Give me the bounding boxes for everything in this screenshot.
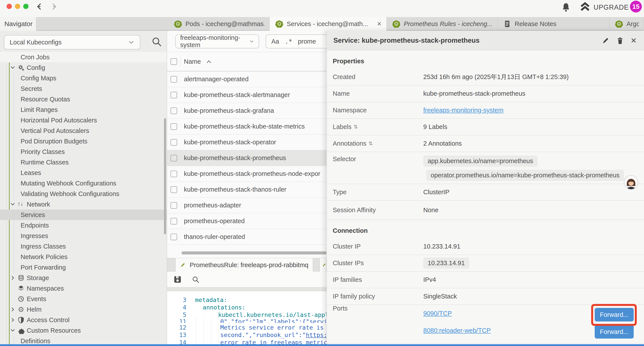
table-row[interactable]: kube-prometheus-stack-operator	[167, 134, 326, 150]
sidebar-item-services[interactable]: Services	[0, 210, 167, 220]
name-column-header[interactable]: Name	[184, 58, 201, 65]
edit-pencil-icon[interactable]	[602, 36, 610, 44]
expand-updown-icon[interactable]: ⇅	[368, 141, 373, 146]
port-link[interactable]: 8080:reloader-web/TCP	[423, 322, 491, 339]
row-checkbox[interactable]	[170, 202, 177, 209]
sidebar-item-custom-resources[interactable]: Custom Resources	[0, 325, 167, 336]
sidebar-item-leases[interactable]: Leases	[0, 168, 167, 178]
minimize-window-button[interactable]	[15, 4, 20, 9]
sidebar-item-helm[interactable]: Helm	[0, 304, 167, 315]
sidebar-item-pod-disruption-budgets[interactable]: Pod Disruption Budgets	[0, 136, 167, 146]
chevron-right-icon[interactable]	[10, 275, 16, 281]
chevron-down-icon[interactable]	[10, 327, 16, 334]
sidebar-item-validating-webhook-configurations[interactable]: Validating Webhook Configurations	[0, 189, 167, 199]
notification-count-badge[interactable]: 15	[630, 1, 642, 12]
detail-label: Name	[333, 90, 423, 97]
select-all-checkbox[interactable]	[170, 58, 177, 65]
kubeconfig-selector[interactable]: Local Kubeconfigs	[4, 35, 140, 49]
name-search-input[interactable]: Aa .* prome	[266, 34, 326, 48]
table-row[interactable]: kube-prometheus-stack-alertmanager	[167, 87, 326, 103]
sidebar-item-ingress-classes[interactable]: Ingress Classes	[0, 241, 167, 252]
sidebar-item-endpoints[interactable]: Endpoints	[0, 220, 167, 231]
sidebar-item-network-policies[interactable]: Network Policies	[0, 252, 167, 262]
table-horizontal-scrollbar[interactable]	[182, 251, 326, 255]
row-checkbox[interactable]	[170, 76, 177, 82]
editor-search-icon[interactable]	[192, 276, 200, 285]
chevron-down-icon[interactable]	[10, 201, 16, 207]
sidebar-scrollbar[interactable]	[164, 118, 166, 234]
zoom-window-button[interactable]	[23, 4, 28, 9]
sidebar-item-config[interactable]: Config	[0, 62, 167, 73]
row-checkbox[interactable]	[170, 139, 177, 146]
table-row[interactable]: prometheus-operated	[167, 213, 326, 229]
tab-services-icecheng-math[interactable]: Services - icecheng@math...✕	[270, 17, 387, 31]
save-icon[interactable]	[173, 275, 182, 285]
sidebar-item-port-forwarding[interactable]: Port Forwarding	[0, 262, 167, 273]
navigator-panel-tab[interactable]: Navigator	[0, 17, 36, 31]
sidebar-item-priority-classes[interactable]: Priority Classes	[0, 146, 167, 157]
tab-argo-se[interactable]: Argo Se	[609, 17, 644, 31]
table-row[interactable]: thanos-ruler-operated	[167, 229, 326, 245]
row-checkbox[interactable]	[170, 186, 177, 193]
sidebar-item-resource-quotas[interactable]: Resource Quotas	[0, 94, 167, 104]
table-row[interactable]: kube-prometheus-stack-prometheus	[167, 150, 326, 166]
editor-tab-next-sliver[interactable]	[320, 258, 326, 272]
sidebar-item-events[interactable]: Events	[0, 294, 167, 304]
row-checkbox[interactable]	[170, 107, 177, 114]
row-checkbox[interactable]	[170, 123, 177, 130]
chevron-right-icon[interactable]	[10, 317, 16, 323]
namespace-link[interactable]: freeleaps-monitoring-system	[423, 107, 504, 114]
forward-arrow-icon[interactable]	[50, 3, 58, 10]
tab-pods-icecheng-mathmas[interactable]: Pods - icecheng@mathmas...	[168, 17, 270, 31]
namespace-filter-dropdown[interactable]: freeleaps-monitoring-system	[175, 34, 259, 48]
column-divider	[180, 56, 180, 67]
chevron-right-icon[interactable]	[10, 306, 16, 313]
editor-tab-prometheusrule[interactable]: PrometheusRule: freeleaps-prod-rabbitmq	[175, 258, 313, 272]
row-checkbox[interactable]	[170, 234, 177, 240]
line-number: 12	[167, 324, 186, 331]
search-icon[interactable]	[151, 36, 162, 47]
back-arrow-icon[interactable]	[36, 3, 44, 10]
table-row[interactable]: kube-prometheus-stack-kube-state-metrics	[167, 119, 326, 134]
tab-close-icon[interactable]: ✕	[374, 20, 382, 27]
editor-line: 13second.","runbook_url":"https://net	[167, 331, 326, 339]
user-avatar[interactable]	[624, 175, 638, 190]
row-checkbox[interactable]	[170, 92, 177, 98]
table-row[interactable]: kube-prometheus-stack-thanos-ruler	[167, 182, 326, 198]
sidebar-item-limit-ranges[interactable]: Limit Ranges	[0, 104, 167, 115]
regex-toggle[interactable]: .*	[285, 38, 292, 45]
sidebar-item-namespaces[interactable]: Namespaces	[0, 283, 167, 294]
port-link[interactable]: 9090/TCP	[423, 305, 452, 322]
tab-release-notes[interactable]: Release Notes	[498, 17, 609, 31]
table-row[interactable]: prometheus-adapter	[167, 198, 326, 213]
sidebar-item-storage[interactable]: Storage	[0, 273, 167, 283]
yaml-editor[interactable]: 3metadata:4annotations:5kubectl.kubernet…	[167, 291, 326, 346]
sidebar-item-vertical-pod-autoscalers[interactable]: Vertical Pod Autoscalers	[0, 125, 167, 136]
sidebar-item-runtime-classes[interactable]: Runtime Classes	[0, 157, 167, 168]
sidebar-item-cron-jobs[interactable]: Cron Jobs	[0, 52, 167, 62]
table-row[interactable]: alertmanager-operated	[167, 71, 326, 87]
notifications-bell-icon[interactable]	[561, 2, 571, 13]
delete-trash-icon[interactable]	[616, 36, 624, 44]
tab-prometheus-rules-icecheng[interactable]: Prometheus Rules - icecheng...	[387, 17, 498, 31]
close-window-button[interactable]	[6, 4, 12, 9]
forward-button[interactable]: Forward...	[595, 325, 634, 339]
url-link[interactable]: https://net	[306, 332, 326, 338]
expand-updown-icon[interactable]: ⇅	[354, 124, 358, 130]
sidebar-item-access-control[interactable]: Access Control	[0, 315, 167, 325]
table-row[interactable]: kube-prometheus-stack-prometheus-node-ex…	[167, 166, 326, 182]
row-checkbox[interactable]	[170, 171, 177, 177]
row-checkbox[interactable]	[170, 218, 177, 224]
sidebar-item-config-maps[interactable]: Config Maps	[0, 73, 167, 83]
sidebar-item-network[interactable]: ↑↓Network	[0, 199, 167, 210]
match-case-toggle[interactable]: Aa	[271, 38, 279, 45]
sidebar-item-horizontal-pod-autoscalers[interactable]: Horizontal Pod Autoscalers	[0, 115, 167, 125]
table-row[interactable]: kube-prometheus-stack-grafana	[167, 103, 326, 119]
sidebar-item-secrets[interactable]: Secrets	[0, 83, 167, 94]
row-checkbox[interactable]	[170, 155, 177, 161]
upgrade-button[interactable]: UPGRADE	[580, 2, 629, 13]
sidebar-item-mutating-webhook-configurations[interactable]: Mutating Webhook Configurations	[0, 178, 167, 189]
sidebar-item-ingresses[interactable]: Ingresses	[0, 231, 167, 241]
chevron-down-icon[interactable]	[10, 65, 16, 71]
close-icon[interactable]: ✕	[631, 36, 637, 45]
